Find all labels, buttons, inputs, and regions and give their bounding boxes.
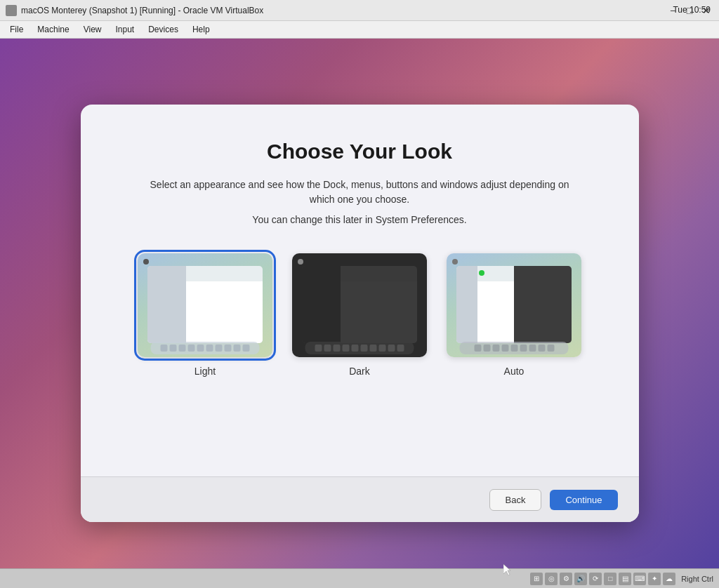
- dock-icon-8: [225, 345, 232, 352]
- light-window-chrome: [147, 266, 263, 343]
- dock-icon-2: [170, 345, 177, 352]
- dock-icon-7: [216, 345, 223, 352]
- auto-split-window: [456, 266, 572, 343]
- light-dock: [151, 342, 260, 354]
- dark-dock-icon-4: [343, 345, 350, 352]
- dock-icon-4: [188, 345, 195, 352]
- taskbar-icon-1: ⊞: [530, 573, 543, 585]
- taskbar-icon-2: ◎: [545, 573, 558, 585]
- taskbar-icon-4: 🔊: [574, 573, 587, 585]
- auto-right-pane: [514, 266, 572, 343]
- light-sidebar: [147, 266, 186, 343]
- time-display: Tue 10:59: [673, 5, 711, 15]
- auto-dock: [460, 342, 569, 354]
- continue-button[interactable]: Continue: [550, 490, 617, 510]
- theme-options: Light: [138, 253, 581, 377]
- dark-dock-icon-8: [379, 345, 386, 352]
- auto-dock-icon-5: [510, 345, 517, 352]
- auto-dock-icon-7: [529, 345, 536, 352]
- dialog-content: Choose Your Look Select an appearance an…: [81, 105, 639, 476]
- auto-dock-icon-1: [474, 345, 481, 352]
- dark-dock-icon-2: [324, 345, 331, 352]
- dialog-description: Select an appearance and see how the Doc…: [142, 178, 577, 207]
- theme-preview-light[interactable]: [138, 253, 272, 357]
- corner-dot-light: [143, 259, 149, 265]
- auto-dot-green: [479, 270, 484, 276]
- cursor: [503, 564, 510, 575]
- theme-option-auto[interactable]: Auto: [447, 253, 581, 377]
- dock-icon-5: [197, 345, 204, 352]
- dark-dock-icon-3: [334, 345, 341, 352]
- taskbar-icon-9: ✦: [648, 573, 661, 585]
- taskbar: ⊞ ◎ ⚙ 🔊 ⟳ □ ▤ ⌨ ✦ ☁ Right Ctrl: [0, 568, 719, 588]
- theme-label-dark: Dark: [349, 366, 370, 377]
- dialog-title: Choose Your Look: [267, 140, 452, 163]
- window-title: macOS Monterey (Snapshot 1) [Running] - …: [21, 6, 666, 15]
- theme-label-auto: Auto: [504, 366, 525, 377]
- taskbar-icon-3: ⚙: [560, 573, 572, 585]
- taskbar-icon-10: ☁: [663, 573, 675, 585]
- auto-dock-icon-3: [492, 345, 499, 352]
- app-icon: [6, 5, 17, 16]
- menu-help[interactable]: Help: [187, 23, 216, 36]
- auto-left-content: [477, 281, 514, 343]
- svg-marker-0: [503, 564, 510, 575]
- theme-option-light[interactable]: Light: [138, 253, 272, 377]
- auto-dock-icon-2: [483, 345, 490, 352]
- auto-dock-icon-6: [520, 345, 527, 352]
- dark-dock-icon-1: [315, 345, 322, 352]
- dark-dock-icon-6: [361, 345, 368, 352]
- dark-dock-icon-10: [397, 345, 404, 352]
- menu-file[interactable]: File: [4, 23, 29, 36]
- dark-window-chrome: [302, 266, 417, 343]
- back-button[interactable]: Back: [489, 489, 542, 511]
- theme-preview-dark[interactable]: [292, 253, 427, 357]
- auto-left-sidebar: [456, 266, 477, 343]
- right-ctrl-label: Right Ctrl: [681, 575, 713, 583]
- dark-dock-icon-9: [388, 345, 395, 352]
- theme-option-dark[interactable]: Dark: [292, 253, 427, 377]
- menu-view[interactable]: View: [78, 23, 107, 36]
- dark-sidebar: [302, 266, 341, 343]
- menu-machine[interactable]: Machine: [32, 23, 74, 36]
- theme-preview-auto[interactable]: [447, 253, 581, 357]
- dialog-panel: Choose Your Look Select an appearance an…: [81, 105, 639, 522]
- corner-dot-auto: [452, 259, 458, 265]
- dock-icon-10: [243, 345, 250, 352]
- taskbar-icon-5: ⟳: [589, 573, 602, 585]
- auto-left-pane: [456, 266, 514, 343]
- menubar: File Machine View Input Devices Help: [0, 21, 719, 39]
- auto-dock-icon-4: [501, 345, 508, 352]
- menu-input[interactable]: Input: [110, 23, 140, 36]
- dark-dock-icon-7: [370, 345, 377, 352]
- main-area: Choose Your Look Select an appearance an…: [0, 39, 719, 588]
- dark-content: [341, 281, 417, 343]
- taskbar-icons: ⊞ ◎ ⚙ 🔊 ⟳ □ ▤ ⌨ ✦ ☁: [530, 573, 675, 585]
- taskbar-icon-7: ▤: [619, 573, 631, 585]
- dock-icon-6: [206, 345, 213, 352]
- dark-dock-icon-5: [352, 345, 359, 352]
- taskbar-icon-8: ⌨: [633, 573, 646, 585]
- dock-icon-1: [161, 345, 168, 352]
- theme-label-light: Light: [194, 366, 216, 377]
- auto-dock-icon-8: [538, 345, 545, 352]
- taskbar-icon-6: □: [604, 573, 616, 585]
- menu-devices[interactable]: Devices: [143, 23, 184, 36]
- dark-dock: [305, 342, 414, 354]
- dialog-note: You can change this later in System Pref…: [252, 214, 466, 225]
- dialog-footer: Back Continue: [81, 476, 639, 522]
- corner-dot-dark: [298, 259, 303, 265]
- dock-icon-3: [179, 345, 186, 352]
- titlebar: macOS Monterey (Snapshot 1) [Running] - …: [0, 0, 719, 21]
- auto-dock-icon-9: [547, 345, 554, 352]
- dock-icon-9: [234, 345, 241, 352]
- light-content: [186, 281, 263, 343]
